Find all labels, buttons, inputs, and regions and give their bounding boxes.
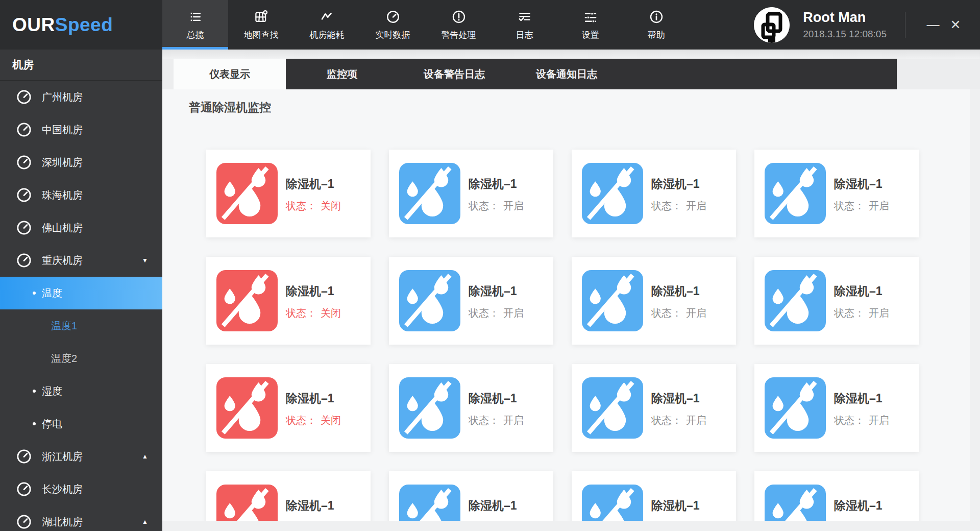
device-status: 状态：开启: [834, 199, 889, 213]
device-card[interactable]: 除湿机–1 状态：关闭: [206, 150, 371, 237]
device-card[interactable]: 除湿机–1 状态：开启: [754, 471, 919, 521]
sidebar-item-power-outage[interactable]: 停电: [0, 407, 162, 440]
dehumidifier-icon: [765, 270, 826, 331]
sidebar-item-humidity[interactable]: 湿度: [0, 375, 162, 407]
sidebar-item-label: 温度1: [51, 319, 77, 333]
gauge-icon: [15, 186, 33, 204]
nav-item-map-search[interactable]: 地图查找: [228, 0, 294, 50]
nav-item-overview[interactable]: 总揽: [162, 0, 228, 50]
device-card[interactable]: 除湿机–1 状态：开启: [572, 471, 736, 521]
device-card[interactable]: 除湿机–1 状态：关闭: [206, 364, 371, 452]
sidebar-item-label: 湿度: [42, 384, 62, 398]
bullet-icon: [33, 292, 36, 295]
device-name: 除湿机–1: [651, 391, 706, 406]
device-card[interactable]: 除湿机–1 状态：关闭: [206, 471, 371, 521]
sidebar-item-chongqing[interactable]: 重庆机房 ▼: [0, 244, 162, 277]
device-card[interactable]: 除湿机–1 状态：开启: [754, 364, 919, 452]
dehumidifier-icon: [582, 270, 643, 331]
sidebar-item-shenzhen[interactable]: 深圳机房: [0, 146, 162, 179]
sidebar-item-hubei[interactable]: 湖北机房 ▲: [0, 505, 162, 531]
device-name: 除湿机–1: [469, 498, 524, 514]
device-card[interactable]: 除湿机–1 状态：开启: [389, 257, 553, 345]
sidebar-item-changsha[interactable]: 长沙机房: [0, 473, 162, 505]
dehumidifier-icon: [765, 163, 826, 224]
sidebar-item-temperature2[interactable]: 温度2: [0, 342, 162, 375]
device-card[interactable]: 除湿机–1 状态：开启: [572, 257, 736, 345]
gauge-icon: [15, 252, 33, 269]
sidebar-item-label: 珠海机房: [42, 188, 83, 202]
sidebar-item-zhongguo[interactable]: 中国机房: [0, 113, 162, 146]
sidebar-item-label: 广州机房: [42, 90, 83, 104]
nav-item-settings[interactable]: 设置: [557, 0, 623, 50]
bullet-icon: [33, 422, 36, 425]
dashboard-content: 普通除湿机监控 除湿机–1 状态：关闭 除湿机–1 状态：开启 除湿机: [162, 89, 980, 521]
device-status: 状态：开启: [469, 414, 524, 427]
chevron-up-icon[interactable]: ▲: [142, 518, 148, 525]
tab-dashboard[interactable]: 仪表显示: [174, 59, 286, 89]
device-card[interactable]: 除湿机–1 状态：开启: [389, 150, 553, 237]
sidebar-item-foshan[interactable]: 佛山机房: [0, 211, 162, 244]
dehumidifier-icon: [582, 377, 643, 439]
sidebar-item-label: 温度2: [51, 352, 77, 366]
dehumidifier-icon: [399, 485, 460, 521]
device-card[interactable]: 除湿机–1 状态：开启: [754, 257, 919, 345]
device-card[interactable]: 除湿机–1 状态：开启: [389, 364, 553, 452]
user-area: Root Man 2018.3.15 12:08:05 — ✕: [754, 0, 980, 50]
sidebar-item-temperature1[interactable]: 温度1: [0, 309, 162, 342]
chevron-down-icon[interactable]: ▼: [142, 257, 148, 264]
dehumidifier-icon: [765, 485, 826, 521]
device-name: 除湿机–1: [834, 283, 889, 299]
gauge-icon: [15, 88, 33, 106]
tab-monitor-items[interactable]: 监控项: [286, 59, 398, 89]
sidebar-header: 机房: [0, 50, 162, 81]
minimize-button[interactable]: —: [922, 17, 944, 32]
device-card[interactable]: 除湿机–1 状态：关闭: [206, 257, 371, 345]
sidebar-item-zhejiang[interactable]: 浙江机房 ▲: [0, 440, 162, 473]
sidebar-item-guangzhou[interactable]: 广州机房: [0, 81, 162, 113]
gauge-icon: [15, 154, 33, 171]
bullet-icon: [33, 390, 36, 393]
brand-prefix: OUR: [12, 14, 55, 36]
tab-device-notice-log[interactable]: 设备通知日志: [510, 59, 623, 89]
sidebar-item-label: 佛山机房: [42, 221, 83, 235]
chevron-up-icon[interactable]: ▲: [142, 453, 148, 460]
dehumidifier-icon: [399, 377, 460, 439]
device-status: 状态：关闭: [286, 414, 341, 427]
device-card[interactable]: 除湿机–1 状态：开启: [389, 471, 553, 521]
device-card[interactable]: 除湿机–1 状态：开启: [754, 150, 919, 237]
nav-item-logs[interactable]: 日志: [492, 0, 557, 50]
device-name: 除湿机–1: [651, 283, 706, 299]
brand-suffix: Speed: [55, 14, 113, 36]
nav-item-help[interactable]: 帮助: [623, 0, 689, 50]
nav-item-realtime-data[interactable]: 实时数据: [360, 0, 426, 50]
dehumidifier-icon: [216, 163, 278, 224]
device-card[interactable]: 除湿机–1 状态：开启: [572, 150, 736, 237]
sidebar: 机房 广州机房 中国机房 深圳机房 珠海机房 佛山机房: [0, 50, 162, 531]
device-name: 除湿机–1: [834, 391, 889, 406]
device-card[interactable]: 除湿机–1 状态：开启: [572, 364, 736, 452]
section-title: 普通除湿机监控: [189, 100, 271, 115]
horizontal-scrollbar[interactable]: [162, 521, 980, 531]
tab-device-alert-log[interactable]: 设备警告日志: [398, 59, 510, 89]
device-status: 状态：开启: [651, 306, 706, 320]
close-button[interactable]: ✕: [944, 17, 967, 32]
device-status: 状态：关闭: [286, 199, 341, 213]
nav-label: 实时数据: [376, 29, 410, 41]
datetime: 2018.3.15 12:08:05: [803, 28, 887, 40]
dehumidifier-icon: [765, 377, 826, 439]
gauge-icon: [15, 448, 33, 465]
gauge-icon: [15, 121, 33, 138]
gauge-icon: [15, 219, 33, 236]
device-name: 除湿机–1: [286, 176, 341, 192]
avatar[interactable]: [754, 7, 790, 43]
gauge-icon: [15, 513, 33, 530]
vertical-scrollbar[interactable]: [970, 89, 980, 521]
nav-item-energy[interactable]: 机房能耗: [294, 0, 360, 50]
sidebar-item-temperature[interactable]: 温度: [0, 277, 162, 309]
sidebar-item-zhuhai[interactable]: 珠海机房: [0, 179, 162, 211]
tab-bar: 仪表显示 监控项 设备警告日志 设备通知日志: [162, 59, 980, 89]
gauge-icon: [15, 480, 33, 498]
nav-item-alerts[interactable]: 警告处理: [426, 0, 492, 50]
user-name: Root Man: [803, 9, 887, 27]
nav-label: 警告处理: [442, 29, 476, 41]
